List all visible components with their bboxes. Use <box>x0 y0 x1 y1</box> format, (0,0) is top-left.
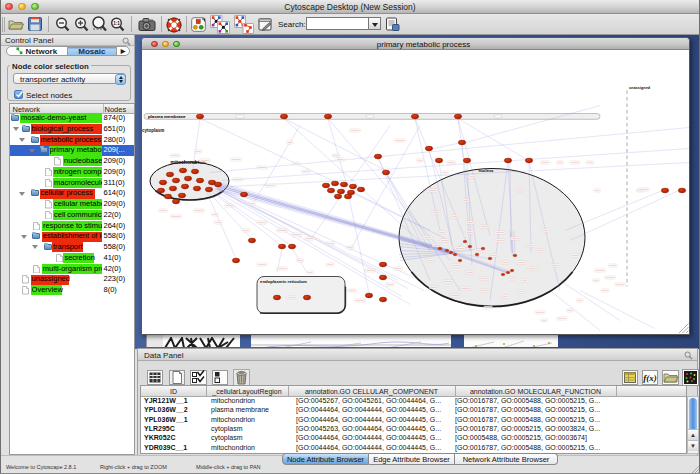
svg-text:1:1: 1:1 <box>113 20 120 25</box>
svg-text:endoplasmic reticulum: endoplasmic reticulum <box>260 279 307 284</box>
svg-text:unassigned: unassigned <box>629 85 651 89</box>
svg-text:f(x): f(x) <box>643 373 657 383</box>
svg-text:plasma membrane: plasma membrane <box>148 114 186 119</box>
svg-text:nucleus: nucleus <box>478 168 494 173</box>
svg-text:cytoplasm: cytoplasm <box>142 127 164 132</box>
